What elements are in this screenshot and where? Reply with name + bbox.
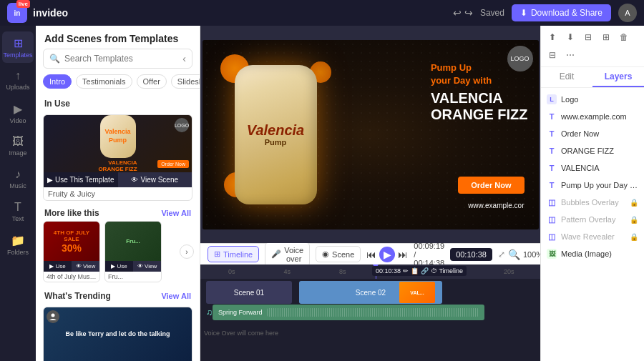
layer-item-9[interactable]: 🖼 Media (Image) [541, 245, 644, 262]
skip-forward-button[interactable]: ⏭ [398, 247, 408, 262]
layer-item-4[interactable]: T VALENCIA [541, 159, 644, 177]
more-cards-row: 4TH OF JULYSALE30% ▶ Use 👁 View 4th of J… [36, 221, 200, 282]
layer-name-8: Wave Revealer [561, 232, 625, 241]
can-body: Valencia Pump [235, 65, 317, 204]
scene-track-row: Scene 01 Scene 02 VAL... [200, 279, 540, 306]
layer-move-up-button[interactable]: ⬆ [545, 29, 560, 45]
scene-02-block[interactable]: Scene 02 VAL... [299, 281, 442, 304]
layer-item-2[interactable]: T Order Now [541, 125, 644, 142]
tag-testimonials[interactable]: Testimonials [76, 74, 132, 89]
layer-item-7[interactable]: ◫ Pattern Overlay 🔒 [541, 211, 644, 228]
layer-move-down-button[interactable]: ⬇ [562, 29, 578, 45]
scene-track: Scene 01 Scene 02 VAL... [200, 281, 540, 304]
view-all-trending[interactable]: View All [161, 292, 191, 300]
tag-intro[interactable]: Intro [43, 74, 72, 89]
tag-slideshow[interactable]: Slideshow [171, 74, 200, 89]
music-icon: ♪ [15, 168, 21, 181]
scene-01-block[interactable]: Scene 01 [206, 281, 292, 304]
layer-item-5[interactable]: T Pump Up your Day with [541, 177, 644, 194]
use-template-button[interactable]: ▶ Use This Template [44, 172, 118, 187]
layer-name-1: www.example.com [561, 112, 638, 121]
layer-item-3[interactable]: T ORANGE FIZZ [541, 142, 644, 159]
layer-name-2: Order Now [561, 129, 638, 138]
layer-item-0[interactable]: L Logo [541, 91, 644, 108]
trending-avatar [47, 310, 59, 323]
audio-waveform [267, 308, 479, 317]
trending-card[interactable]: Be like Terry and let do the talking ▶ U… [43, 307, 192, 361]
tab-layers[interactable]: Layers [592, 67, 644, 87]
voiceover-row: Voice Over will come here [200, 326, 540, 340]
audio-track-row: ♫ Spring Forward [200, 306, 540, 326]
templates-panel: Add Scenes from Templates 🔍 ‹ Intro Test… [36, 26, 200, 361]
preview-brand: VALENCIA ORANGE FIZZ [431, 90, 528, 123]
skip-back-button[interactable]: ⏮ [366, 247, 376, 262]
undo-button[interactable]: ↩ [453, 7, 462, 19]
ruler-marks: 0s 4s 8s 12s 16s 20s [204, 268, 537, 275]
tab-edit[interactable]: Edit [541, 67, 592, 87]
layer-item-1[interactable]: T www.example.com [541, 108, 644, 125]
templates-scroll: In Use ValenciaPump VALENCIAORANGE FIZZ … [36, 94, 200, 361]
in-use-template-card[interactable]: ValenciaPump VALENCIAORANGE FIZZ LOGO Or… [43, 114, 192, 201]
layer-align-button[interactable]: ⊟ [580, 29, 596, 45]
ruler-mark-2: 8s [315, 268, 371, 275]
more-card-2-use[interactable]: ▶ Use [105, 261, 133, 272]
more-card-1[interactable]: 4TH OF JULYSALE30% ▶ Use 👁 View 4th of J… [43, 221, 100, 282]
redo-button[interactable]: ↪ [464, 7, 473, 19]
sidebar-label-uploads: Uploads [6, 84, 29, 91]
more-card-1-use[interactable]: ▶ Use [44, 261, 72, 272]
sidebar-item-uploads[interactable]: ↑ Uploads [2, 64, 34, 96]
sidebar-item-text[interactable]: T Text [2, 196, 34, 227]
layer-more-button[interactable]: ⋯ [562, 47, 578, 63]
layer-item-8[interactable]: ◫ Wave Revealer 🔒 [541, 228, 644, 245]
more-card-2-view[interactable]: 👁 View [133, 261, 161, 272]
layer-name-5: Pump Up your Day with [561, 181, 638, 189]
user-avatar[interactable]: A [618, 4, 637, 22]
zoom-controls: ⤢ 🔍 100% [498, 249, 540, 260]
sidebar-item-templates[interactable]: ⊞ Templates [2, 31, 34, 63]
layer-delete-button[interactable]: 🗑 [616, 29, 632, 45]
timeline-area: 0s 4s 8s 12s 16s 20s 00:10:38 ✏ 📋 🔗 ⏱ Ti… [200, 264, 540, 361]
timeline-button[interactable]: ⊞ Timeline [208, 246, 259, 262]
ruler-mark-1: 4s [260, 268, 316, 275]
can-text: Valencia Pump [247, 122, 304, 147]
more-card-1-view[interactable]: 👁 View [72, 261, 99, 272]
audio-track-block[interactable]: Spring Forward [213, 305, 484, 320]
scene-button[interactable]: ◉ Scene [316, 246, 361, 262]
preview-order-button: Order Now [458, 177, 524, 194]
time-cursor-display[interactable]: 00:10:38 [450, 248, 492, 261]
play-button[interactable]: ▶ [379, 247, 395, 262]
voiceover-button[interactable]: 🎤 Voice over [265, 242, 310, 267]
uploads-icon: ↑ [15, 69, 21, 82]
sidebar-item-folders[interactable]: 📁 Folders [2, 229, 34, 260]
playhead-bubble: 00:10:38 ✏ 📋 🔗 ⏱ Timeline [372, 266, 467, 276]
sidebar-item-video[interactable]: ▶ Video [2, 97, 34, 129]
fit-view-button[interactable]: ⤢ [498, 249, 505, 259]
search-input[interactable] [64, 54, 178, 64]
layer-type-icon-7: ◫ [547, 214, 557, 224]
view-all-more[interactable]: View All [161, 209, 191, 217]
can-container: Valencia Pump [220, 51, 331, 219]
right-panel-tabs: Edit Layers [541, 67, 644, 88]
topbar-right: ↩ ↪ Saved ⬇ Download & Share A [453, 4, 637, 22]
card-actions: ▶ Use This Template 👁 View Scene [44, 172, 192, 187]
more-card-2[interactable]: Fru... ▶ Use 👁 View Fru... [104, 221, 162, 282]
card-thumb-text: ValenciaPump [104, 128, 130, 144]
eye-icon: 👁 [131, 176, 138, 184]
audio-track-content: ♫ Spring Forward [200, 305, 540, 327]
zoom-out-button[interactable]: 🔍 [508, 249, 520, 260]
tag-row: Intro Testimonials Offer Slideshow [36, 74, 200, 94]
download-share-button[interactable]: ⬇ Download & Share [512, 4, 611, 21]
folders-icon: 📁 [11, 234, 25, 247]
more-cards-scroll-right[interactable]: › [180, 244, 194, 259]
undo-redo-group: ↩ ↪ [453, 7, 473, 19]
templates-icon: ⊞ [14, 36, 23, 50]
sidebar-item-music[interactable]: ♪ Music [2, 163, 34, 194]
layer-type-icon-2: T [547, 129, 557, 139]
layer-distribute-button[interactable]: ⊞ [598, 29, 614, 45]
collapse-panel-button[interactable]: ‹ [182, 53, 186, 64]
sidebar-item-image[interactable]: 🖼 Image [2, 130, 34, 162]
tag-offer[interactable]: Offer [137, 74, 167, 89]
layer-grid-button[interactable]: ⊟ [545, 47, 560, 63]
layer-item-6[interactable]: ◫ Bubbles Overlay 🔒 [541, 194, 644, 211]
view-scene-button[interactable]: 👁 View Scene [118, 172, 192, 187]
